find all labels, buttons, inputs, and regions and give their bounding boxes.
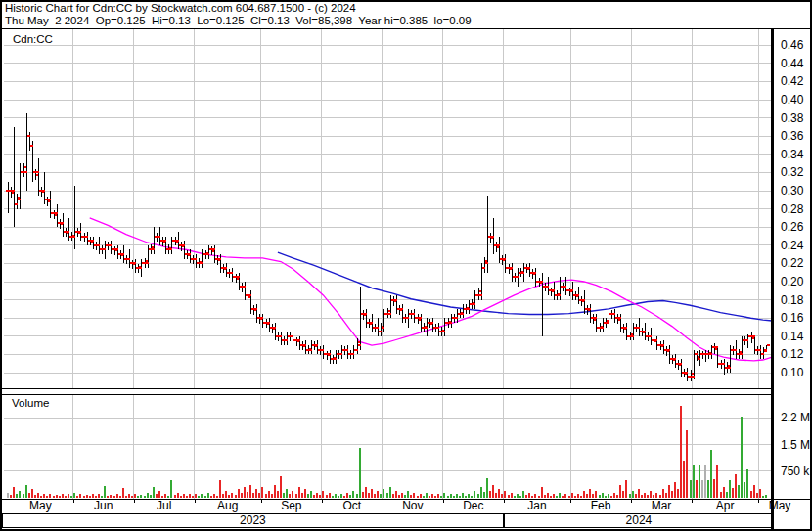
- volume-bar: [486, 478, 488, 498]
- volume-bar: [431, 494, 433, 498]
- volume-bar: [359, 448, 361, 498]
- volume-bar: [201, 494, 203, 498]
- volume-bar: [307, 494, 309, 498]
- volume-bar: [723, 487, 725, 498]
- volume-bar: [198, 496, 200, 498]
- price-axis-label: 0.32: [781, 166, 803, 179]
- volume-bar: [680, 406, 682, 498]
- volume-bar: [647, 495, 649, 498]
- volume-bar: [538, 496, 540, 498]
- quote-summary-line: Thu May 2 2024 Op=0.125 Hi=0.13 Lo=0.125…: [5, 15, 472, 27]
- volume-bar: [514, 496, 516, 498]
- volume-bar: [70, 496, 72, 498]
- volume-bar: [525, 495, 527, 498]
- short-moving-average-line: [90, 218, 773, 361]
- month-boundary-tick: [73, 499, 74, 503]
- volume-bar: [383, 489, 384, 498]
- volume-bar: [447, 496, 449, 498]
- volume-bar: [608, 494, 609, 498]
- volume-bar: [701, 480, 703, 498]
- volume-bar: [716, 465, 718, 498]
- volume-bar: [113, 496, 115, 498]
- volume-bar: [462, 493, 464, 498]
- volume-bar: [258, 493, 260, 498]
- volume-bar: [659, 495, 661, 498]
- volume-bar: [426, 493, 428, 498]
- volume-bar: [389, 487, 391, 498]
- year-label-2024: 2024: [626, 513, 653, 527]
- price-axis-label: 0.30: [781, 185, 803, 198]
- volume-bar: [653, 495, 654, 498]
- long-moving-average-line: [278, 252, 772, 321]
- volume-bar: [417, 496, 419, 498]
- volume-bar: [477, 494, 479, 498]
- volume-bar: [150, 495, 152, 498]
- volume-bar: [605, 496, 607, 498]
- volume-bar: [195, 494, 197, 498]
- volume-bar: [556, 496, 558, 498]
- volume-bar: [10, 495, 12, 498]
- volume-bar: [241, 493, 243, 498]
- volume-axis-label: 2.2 M: [781, 412, 810, 424]
- volume-bar: [86, 495, 88, 498]
- volume-bar: [252, 493, 254, 498]
- volume-bar: [40, 496, 42, 498]
- month-label-jun-1: Jun: [87, 500, 120, 512]
- volume-bar: [283, 493, 285, 498]
- volume-bar: [13, 487, 15, 498]
- price-axis-label: 0.34: [781, 149, 803, 161]
- volume-axis-label: 1.5 M: [781, 439, 810, 452]
- volume-bar: [110, 495, 112, 498]
- volume-bar: [346, 493, 348, 498]
- price-axis-label: 0.28: [781, 203, 803, 216]
- month-boundary-tick: [134, 499, 135, 503]
- volume-bar: [592, 494, 594, 498]
- volume-bar: [316, 493, 318, 498]
- volume-bar: [16, 494, 18, 498]
- volume-bar: [398, 495, 400, 498]
- volume-bar: [423, 496, 425, 498]
- volume-bar: [453, 496, 455, 498]
- price-axis-label: 0.22: [781, 257, 803, 270]
- volume-bar: [534, 494, 536, 498]
- month-label-apr-11: Apr: [708, 500, 742, 512]
- volume-bar: [301, 493, 303, 498]
- year-box-2024: 2024: [504, 513, 774, 528]
- volume-bar: [271, 494, 273, 498]
- volume-bar: [517, 494, 519, 498]
- volume-bar: [313, 495, 315, 498]
- volume-bar: [338, 496, 339, 498]
- volume-bar: [392, 494, 394, 498]
- month-boundary-tick: [758, 499, 759, 503]
- volume-bar: [665, 493, 667, 498]
- volume-panel-top-border: [0, 394, 774, 395]
- volume-bar: [119, 496, 121, 498]
- volume-bar: [735, 474, 737, 498]
- volume-bar: [28, 493, 30, 498]
- volume-bar: [662, 489, 664, 498]
- price-axis-label: 0.10: [781, 367, 803, 379]
- volume-bar: [340, 494, 342, 498]
- volume-bar: [371, 489, 373, 498]
- volume-bar: [699, 465, 700, 498]
- volume-bar: [553, 494, 555, 498]
- volume-bar: [186, 496, 188, 498]
- volume-axis-label: 750 k: [781, 465, 809, 478]
- volume-bar: [468, 494, 470, 498]
- volume-bar: [574, 496, 576, 498]
- volume-bar: [238, 489, 240, 498]
- volume-bar: [362, 492, 364, 498]
- volume-bar: [174, 495, 176, 498]
- volume-bar: [380, 494, 382, 498]
- volume-bar: [204, 496, 206, 498]
- volume-bar: [79, 494, 81, 498]
- volume-bar: [170, 480, 172, 498]
- volume-bar: [741, 417, 743, 498]
- price-axis-label: 0.16: [781, 312, 803, 325]
- volume-bar: [322, 491, 324, 498]
- month-label-mar-10: Mar: [645, 500, 678, 512]
- volume-bar: [564, 494, 566, 498]
- volume-bar: [98, 494, 100, 498]
- volume-bar: [153, 487, 155, 498]
- volume-bar: [519, 496, 521, 498]
